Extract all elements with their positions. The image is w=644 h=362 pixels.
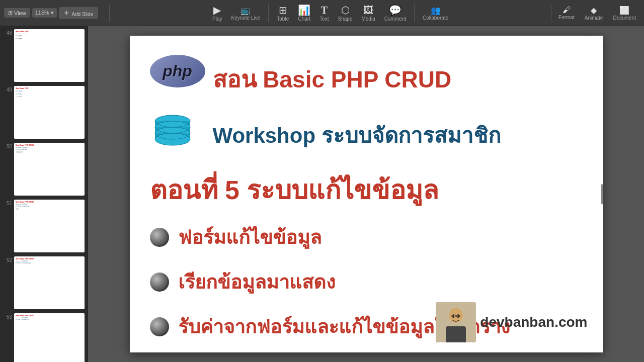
slide-panel[interactable]: 48 Mini Basic PHP PHPUnit Incl foo fileC… [0,26,88,362]
table-button[interactable]: ⊞ Table [273,3,293,23]
slide-thumb-49[interactable]: 49 Mini Basic PHP PHP CRUDC++ createC++ … [2,85,86,140]
toolbar-right: 🖌 Format ◆ Animate ⬜ Document [554,5,640,22]
play-icon: ▶ [213,4,221,16]
slide-canvas[interactable]: php สอน Basic PHP CRUD [130,36,603,352]
divider-3 [414,4,415,22]
toolbar-left: ⊞ View 115% ▾ + Add Slide [4,7,98,19]
database-icon [150,111,195,158]
media-icon: 🖼 [363,5,373,16]
slide-thumb-51[interactable]: 51 Mini Basic PHP CRUD Workshop ระบบจัดก… [2,199,86,253]
shape-icon: ⬡ [341,4,350,16]
slide-thumb-53[interactable]: 53 Mini Basic PHP CRUD Workshop ระบบจัดก… [2,312,86,362]
collaborate-button[interactable]: 👥 Collaborate [419,5,452,22]
bullet-item-1: ฟอร์มแก้ไขข้อมูล [150,222,510,252]
slide-subtitle: ตอนที่ 5 ระบบแก้ไขข้อมูล [150,169,439,211]
main-area: 48 Mini Basic PHP PHPUnit Incl foo fileC… [0,26,644,362]
play-button[interactable]: ▶ Play [208,3,226,23]
slide-thumb-50[interactable]: 50 Mini Basic PHP CRUD Workshop ระบบจัดก… [2,142,86,197]
text-icon: T [321,5,328,16]
svg-point-12 [449,308,463,323]
avatar-site-text: devbanban.com [480,314,587,330]
add-slide-button[interactable]: + Add Slide [59,7,98,19]
slide-thumb-48[interactable]: 48 Mini Basic PHP PHPUnit Incl foo fileC… [2,28,86,83]
chart-button[interactable]: 📊 Chart [294,3,314,23]
workshop-title: Workshop ระบบจัดการสมาชิก [213,119,501,152]
format-button[interactable]: 🖌 Format [554,5,579,21]
view-button[interactable]: ⊞ View [4,8,30,18]
slide-thumb-52[interactable]: 52 Mini Basic PHP CRUD Workshop ระบบจัดก… [2,255,86,310]
plus-icon: + [64,8,69,18]
divider-1 [109,4,110,22]
animate-icon: ◆ [591,6,597,15]
bullet-circle-2 [150,273,169,292]
media-button[interactable]: 🖼 Media [357,4,379,23]
divider-2 [268,4,269,22]
avatar-area: devbanban.com [436,302,587,342]
bullet-text-2: เรียกข้อมูลมาแสดง [178,266,336,297]
php-logo: php [150,55,205,87]
document-button[interactable]: ⬜ Document [609,5,640,22]
bullet-circle-1 [150,228,169,247]
text-button[interactable]: T Text [315,4,333,23]
grid-icon: ⊞ [8,10,13,16]
slide-title: สอน Basic PHP CRUD [213,61,452,98]
divider-4 [551,4,551,22]
comment-icon: 💬 [389,4,401,16]
comment-button[interactable]: 💬 Comment [380,3,410,23]
toolbar: ⊞ View 115% ▾ + Add Slide ▶ Play 📺 Keyno… [0,0,644,26]
svg-rect-13 [446,326,466,342]
collaborate-icon: 👥 [431,6,441,15]
animate-button[interactable]: ◆ Animate [581,5,607,22]
bullet-item-2: เรียกข้อมูลมาแสดง [150,266,510,297]
table-icon: ⊞ [279,4,287,16]
bullet-text-1: ฟอร์มแก้ไขข้อมูล [178,222,321,252]
document-icon: ⬜ [619,6,629,15]
keynote-live-button[interactable]: 📺 Keynote Live [227,5,264,22]
scrollbar[interactable] [601,184,603,204]
avatar-image [436,302,476,342]
chart-icon: 📊 [298,4,310,16]
toolbar-center: ▶ Play 📺 Keynote Live ⊞ Table 📊 Chart T … [113,3,548,23]
canvas-area: php สอน Basic PHP CRUD [88,26,644,362]
format-icon: 🖌 [562,6,571,15]
shape-button[interactable]: ⬡ Shape [334,3,357,23]
bullet-circle-3 [150,317,169,336]
keynote-live-icon: 📺 [240,6,251,15]
zoom-button[interactable]: 115% ▾ [32,8,57,18]
